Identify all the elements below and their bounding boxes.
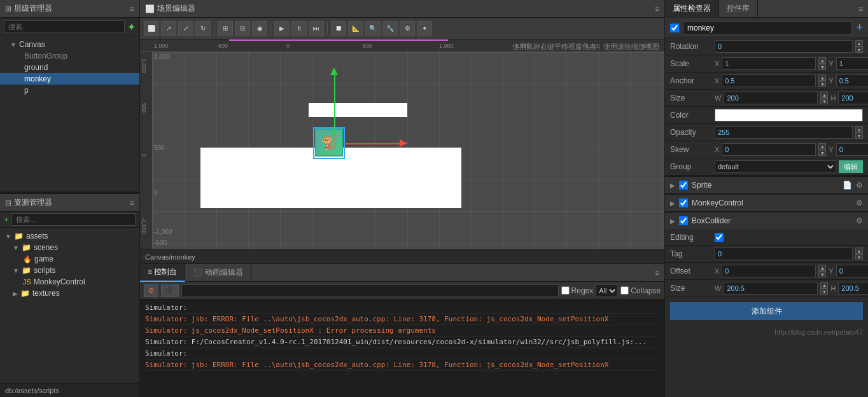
tab-library[interactable]: 控件库 [719,0,758,18]
anchor-x-spin-down[interactable]: ▼ [818,81,826,87]
bottom-panel-menu[interactable]: ≡ [655,268,664,277]
assets-add-btn[interactable]: + [4,214,9,225]
assets-item-textures[interactable]: ▶ 📁 textures [0,288,139,299]
tb-btn-10[interactable]: ⏭ [309,21,324,36]
collapse-checkbox[interactable] [620,286,629,295]
bottom-panel-menu-icon[interactable]: ≡ [655,268,659,277]
sprite-enabled-checkbox[interactable] [679,181,688,190]
right-panel-menu[interactable]: ≡ [858,4,868,13]
color-swatch[interactable] [715,109,863,122]
size-h-input[interactable] [838,92,868,104]
opacity-spin-up[interactable]: ▲ [855,126,863,132]
rotation-spin-up[interactable]: ▲ [855,40,863,46]
sprite-gear-icon[interactable]: ⚙ [856,181,863,190]
boxcollider-section-header[interactable]: ▶ BoxCollider ⚙ [665,212,868,229]
tb-btn-9[interactable]: ⏸ [291,21,307,36]
console-content[interactable]: Simulator: Simulator: jsb: ERROR: File .… [140,300,664,397]
rotation-input[interactable] [715,40,853,53]
opacity-spin-down[interactable]: ▼ [855,132,863,139]
skew-x-input[interactable] [722,143,816,156]
bc-tag-spin-up[interactable]: ▲ [855,247,863,254]
anchor-y-input[interactable] [836,74,868,87]
monkeycontrol-section-header[interactable]: ▶ MonkeyControl ⚙ [665,195,868,211]
regex-checkbox[interactable] [561,286,570,295]
group-select[interactable]: default [715,160,836,173]
skew-x-spin-up[interactable]: ▲ [818,143,826,150]
anchor-x-spin-up[interactable]: ▲ [818,74,826,81]
layer-manager-menu-icon[interactable]: ≡ [130,4,134,13]
tb-btn-15[interactable]: ⚙ [400,21,415,36]
boxcollider-gear-icon[interactable]: ⚙ [856,216,863,225]
tb-btn-6[interactable]: ⊟ [235,21,250,36]
node-enabled-checkbox[interactable] [670,24,679,32]
console-filter-select[interactable]: All [596,284,618,297]
right-panel-menu-icon[interactable]: ≡ [858,4,863,13]
rotation-spin-down[interactable]: ▼ [855,46,863,53]
assets-item-scenes[interactable]: ▼ 📁 scenes [0,242,139,253]
tb-btn-11[interactable]: 🔲 [331,21,346,36]
assets-item-monkeycontrol[interactable]: JS MonkeyControl [0,276,139,288]
tb-btn-14[interactable]: 🔧 [382,21,398,36]
assets-item-scripts[interactable]: ▼ 📁 scripts [0,265,139,276]
scale-x-spin-down[interactable]: ▼ [818,64,826,70]
scene-editor-menu-icon[interactable]: ≡ [655,4,659,13]
assets-item-assets[interactable]: ▼ 📁 assets [0,230,139,242]
bc-offset-x-input[interactable] [722,265,816,277]
assets-item-game[interactable]: 🔥 game [0,253,139,265]
tb-btn-7[interactable]: ◉ [252,21,267,36]
anchor-x-input[interactable] [722,74,816,87]
bc-size-w-spin-up[interactable]: ▲ [820,282,828,288]
bc-tag-spin-down[interactable]: ▼ [855,254,863,260]
bc-offset-x-spin-up[interactable]: ▲ [818,265,826,271]
console-search-input[interactable] [181,284,559,297]
tb-btn-13[interactable]: 🔍 [365,21,381,36]
tb-btn-12[interactable]: 📐 [348,21,363,36]
console-filter-btn[interactable]: ⬛ [161,284,179,297]
add-component-btn[interactable]: 添加组件 [670,302,863,320]
scale-y-input[interactable] [836,57,868,70]
skew-y-input[interactable] [836,143,868,156]
assets-manager-menu-icon[interactable]: ≡ [130,198,134,207]
tb-btn-5[interactable]: ⊞ [218,21,233,36]
bc-offset-y-input[interactable] [836,265,868,277]
size-w-spin-down[interactable]: ▼ [820,98,828,104]
size-w-spin-up[interactable]: ▲ [820,92,828,98]
tree-item-canvas[interactable]: ▼ Canvas [0,39,139,50]
bc-editing-checkbox[interactable] [715,233,724,242]
tb-btn-8[interactable]: ▶ [274,21,290,36]
node-add-btn[interactable]: + [856,21,863,34]
bc-size-h-input[interactable] [838,282,868,295]
tb-btn-2[interactable]: ↗ [161,21,176,36]
tab-animation[interactable]: ⬛ 动画编辑器 [185,264,251,282]
tb-btn-4[interactable]: ↻ [195,21,211,36]
bc-size-w-spin-down[interactable]: ▼ [820,288,828,295]
scene-canvas-area[interactable]: 使用鼠标右键平移视窗焦点，使用滚轮缩放视图 1,000 -500 0 500 1… [140,39,664,249]
layer-search-input[interactable] [4,20,125,33]
monkeycontrol-enabled-checkbox[interactable] [679,198,688,207]
size-w-input[interactable] [724,92,818,104]
node-name-input[interactable] [683,21,852,35]
tree-item-p[interactable]: p [0,85,139,96]
tb-btn-16[interactable]: ✦ [417,21,432,36]
scale-x-spin-up[interactable]: ▲ [818,57,826,64]
sprite-script-icon[interactable]: 📄 [843,181,852,190]
tab-console[interactable]: ≡ 控制台 [140,264,185,282]
assets-search-input[interactable] [11,213,136,226]
skew-x-spin-down[interactable]: ▼ [818,150,826,156]
bc-size-w-input[interactable] [724,282,818,295]
console-clear-btn[interactable]: ⊘ [144,284,158,297]
tb-btn-1[interactable]: ⬜ [144,21,159,36]
boxcollider-enabled-checkbox[interactable] [679,216,688,225]
tree-item-buttongroup[interactable]: ButtonGroup [0,50,139,62]
sprite-section-header[interactable]: ▶ Sprite 📄 ⚙ [665,177,868,193]
layer-search-btn[interactable]: ✦ [127,21,136,33]
bc-offset-x-spin-down[interactable]: ▼ [818,271,826,277]
bc-tag-input[interactable] [715,247,853,260]
tree-item-ground[interactable]: ground [0,62,139,73]
monkeycontrol-gear-icon[interactable]: ⚙ [856,198,863,207]
scale-x-input[interactable] [722,57,816,70]
tab-properties[interactable]: 属性检查器 [665,0,719,18]
group-edit-btn[interactable]: 编辑 [839,160,863,173]
tree-item-monkey[interactable]: monkey [0,73,139,85]
opacity-input[interactable] [715,126,853,139]
